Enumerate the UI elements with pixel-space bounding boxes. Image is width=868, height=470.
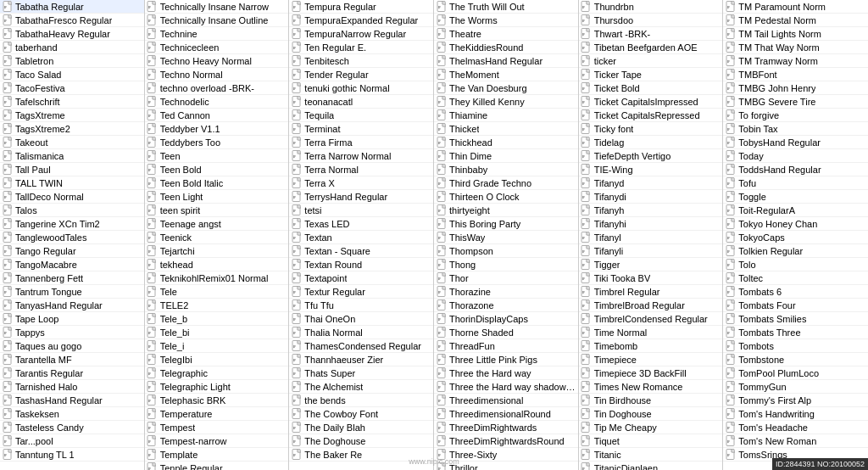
font-item[interactable]: F techno overload -BRK- [145, 81, 289, 95]
font-item[interactable]: F Technicecleen [145, 41, 289, 54]
font-item[interactable]: F Tele_bi [145, 326, 289, 339]
font-item[interactable]: F Tip Me Cheapy [579, 421, 723, 434]
font-item[interactable]: F TacoFestiva [0, 81, 144, 95]
font-item[interactable]: F Thirteen O Clock [434, 190, 578, 204]
font-item[interactable]: F Technine [145, 27, 289, 41]
font-item[interactable]: F Tifanyd [579, 176, 723, 190]
font-item[interactable]: F Taco Salad [0, 68, 144, 81]
font-item[interactable]: F ThreedimensionalRound [434, 407, 578, 421]
font-item[interactable]: F Thai OneOn [289, 312, 433, 326]
font-item[interactable]: F TELE2 [145, 299, 289, 312]
font-item[interactable]: F Textan - Square [289, 244, 433, 258]
font-item[interactable]: F Textur Regular [289, 285, 433, 299]
font-item[interactable]: F ThreeDimRightwards [434, 421, 578, 434]
font-item[interactable]: F Terminat [289, 122, 433, 136]
font-item[interactable]: F Tasteless Candy [0, 421, 144, 434]
font-item[interactable]: F Tele_b [145, 312, 289, 326]
font-item[interactable]: F TMBFont [723, 68, 868, 81]
font-item[interactable]: F The Baker Re [289, 448, 433, 462]
font-item[interactable]: F Thursdoo [579, 14, 723, 27]
font-item[interactable]: F Terra Firma [289, 136, 433, 149]
font-item[interactable]: F Tom's Headache [723, 421, 868, 434]
font-item[interactable]: F Textan Round [289, 258, 433, 271]
font-item[interactable]: F Thannhaeuser Zier [289, 353, 433, 366]
font-item[interactable]: F They Killed Kenny [434, 95, 578, 109]
font-item[interactable]: F Thorazine [434, 285, 578, 299]
font-item[interactable]: F Tombats Three [723, 326, 868, 339]
font-item[interactable]: F ThisWay [434, 231, 578, 244]
font-item[interactable]: F Taques au gogo [0, 339, 144, 353]
font-item[interactable]: F Three the Hard way shadowed [434, 380, 578, 394]
font-item[interactable]: F Tar...pool [0, 434, 144, 448]
font-item[interactable]: F Tfu Tfu [289, 299, 433, 312]
font-item[interactable]: F Tin Birdhouse [579, 394, 723, 407]
font-item[interactable]: F Thompson [434, 244, 578, 258]
font-item[interactable]: F Toltec [723, 271, 868, 285]
font-item[interactable]: F Thiamine [434, 109, 578, 122]
font-item[interactable]: F Three Little Pink Pigs [434, 353, 578, 366]
font-item[interactable]: F Teenage angst [145, 217, 289, 231]
font-item[interactable]: F Temperature [145, 407, 289, 421]
font-item[interactable]: F The Daily Blah [289, 421, 433, 434]
font-item[interactable]: F Timbrel Regular [579, 285, 723, 299]
font-item[interactable]: F Tibetan Beefgarden AOE [579, 41, 723, 54]
font-item[interactable]: F teen spirit [145, 204, 289, 217]
font-item[interactable]: F Textan [289, 231, 433, 244]
font-item[interactable]: F This Boring Party [434, 217, 578, 231]
font-item[interactable]: F Toggle [723, 190, 868, 204]
font-item[interactable]: F TheMoment [434, 68, 578, 81]
font-item[interactable]: F Tombats Smilies [723, 312, 868, 326]
font-item[interactable]: F Ticket Bold [579, 81, 723, 95]
font-item[interactable]: F Teddyber V1.1 [145, 122, 289, 136]
font-item[interactable]: F Tarnished Halo [0, 380, 144, 394]
font-item[interactable]: F Thor [434, 271, 578, 285]
font-item[interactable]: F Thin Dime [434, 149, 578, 163]
font-item[interactable]: F teonanacatl [289, 95, 433, 109]
font-item[interactable]: F Tom's Handwriting [723, 407, 868, 421]
font-item[interactable]: F Tafelschrift [0, 95, 144, 109]
font-item[interactable]: F Ticket CapitalsRepressed [579, 109, 723, 122]
font-item[interactable]: F TM Pedestal Norm [723, 14, 868, 27]
font-item[interactable]: F Textapoint [289, 271, 433, 285]
font-item[interactable]: F Tommy's First Alp [723, 394, 868, 407]
font-item[interactable]: F Tele [145, 285, 289, 299]
font-item[interactable]: F Thickhead [434, 136, 578, 149]
font-item[interactable]: F Timepiece 3D BackFill [579, 366, 723, 380]
font-item[interactable]: F Terra Narrow Normal [289, 149, 433, 163]
font-item[interactable]: F Tenbitesch [289, 54, 433, 68]
font-item[interactable]: F Tender Regular [289, 68, 433, 81]
font-item[interactable]: F Tanntung TL 1 [0, 448, 144, 462]
font-item[interactable]: F Thrillor [434, 462, 578, 470]
font-item[interactable]: F Ticket CapitalsImpressed [579, 95, 723, 109]
font-item[interactable]: F Tabletron [0, 54, 144, 68]
font-item[interactable]: F Thundrbn [579, 0, 723, 14]
font-item[interactable]: F TempuraNarrow Regular [289, 27, 433, 41]
font-item[interactable]: F TMBG Severe Tire [723, 95, 868, 109]
font-item[interactable]: F Teen Bold [145, 163, 289, 176]
font-item[interactable]: F Tin Doghouse [579, 407, 723, 421]
font-item[interactable]: F Times New Romance [579, 380, 723, 394]
font-item[interactable]: F Thinbaby [434, 163, 578, 176]
font-item[interactable]: F Tarantella MF [0, 353, 144, 366]
font-item[interactable]: F TerrysHand Regular [289, 190, 433, 204]
font-item[interactable]: F Telephasic BRK [145, 394, 289, 407]
font-item[interactable]: F ThorinDisplayCaps [434, 312, 578, 326]
font-item[interactable]: F TagsXtreme2 [0, 122, 144, 136]
font-item[interactable]: F The Cowboy Font [289, 407, 433, 421]
font-item[interactable]: F Tombats 6 [723, 285, 868, 299]
font-item[interactable]: F Tall Paul [0, 163, 144, 176]
font-item[interactable]: F tenuki gothic Normal [289, 81, 433, 95]
font-item[interactable]: F Titanic [579, 448, 723, 462]
font-item[interactable]: F TanglewoodTales [0, 231, 144, 244]
font-item[interactable]: F Techno Normal [145, 68, 289, 81]
font-item[interactable]: F TobysHand Regular [723, 136, 868, 149]
font-item[interactable]: F Tannenberg Fett [0, 271, 144, 285]
font-item[interactable]: F Theatre [434, 27, 578, 41]
font-item[interactable]: F Toit-RegularA [723, 204, 868, 217]
font-item[interactable]: F Tifanyli [579, 244, 723, 258]
font-item[interactable]: F Thalia Normal [289, 326, 433, 339]
font-item[interactable]: F TMBG John Henry [723, 81, 868, 95]
font-item[interactable]: F Tolo [723, 258, 868, 271]
font-item[interactable]: F ThreeDimRightwardsRound [434, 434, 578, 448]
font-item[interactable]: F TagsXtreme [0, 109, 144, 122]
